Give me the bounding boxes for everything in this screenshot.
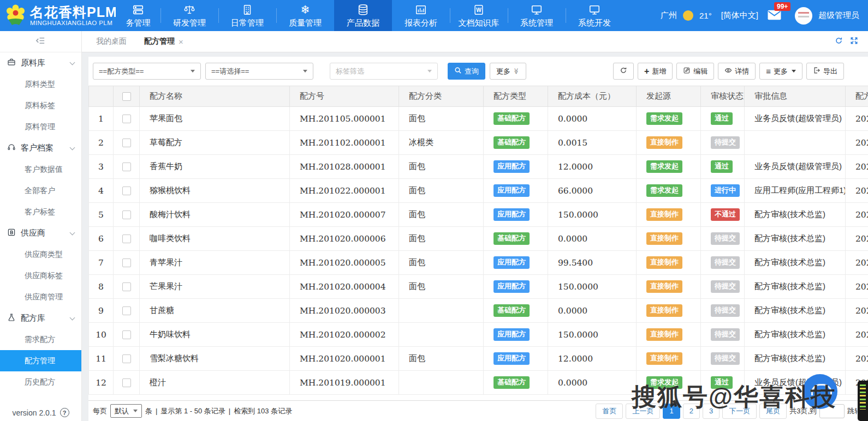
table-row[interactable]: 6咖啡类饮料MH.201020.000006面包基础配方0.0000直接制作待提… xyxy=(89,227,868,251)
version-label: version 2.0.1 xyxy=(12,408,56,417)
top-nav-item[interactable]: ❄质量管理 xyxy=(276,0,334,31)
table-row[interactable]: 11雪梨冰糖饮料MH.201020.000001面包应用配方12.0000直接制… xyxy=(89,347,868,371)
status-badge: 应用配方 xyxy=(494,256,530,269)
table-row[interactable]: 7青苹果汁MH.201020.000005面包应用配方99.5400直接制作待提… xyxy=(89,251,868,275)
sidebar-group-header[interactable]: 供应商 xyxy=(0,222,81,244)
tab-recipe-management[interactable]: 配方管理 × xyxy=(135,31,192,52)
sidebar-item[interactable]: 原料标签 xyxy=(0,95,81,116)
sun-icon xyxy=(683,10,693,21)
table-row[interactable]: 10牛奶味饮料MH.201020.000002应用配方150.0000直接制作待… xyxy=(89,323,868,347)
badge-cell: 应用配方 xyxy=(484,155,548,179)
top-nav-item[interactable]: 系统管理 xyxy=(508,0,566,31)
help-icon[interactable]: ? xyxy=(60,408,69,417)
table-row[interactable]: 8芒果果汁MH.201020.000004面包应用配方150.0000直接制作待… xyxy=(89,275,868,299)
sidebar-item[interactable]: 历史配方 xyxy=(0,371,81,393)
table-refresh-button[interactable] xyxy=(613,63,634,80)
sidebar-group-header[interactable]: 原料库 xyxy=(0,52,81,74)
top-nav-item[interactable]: 产品数据 xyxy=(334,0,392,31)
sidebar-collapse-button[interactable] xyxy=(0,31,81,52)
last-page-button[interactable]: 尾页 xyxy=(759,404,787,419)
recipe-cost-cell: 0.0000 xyxy=(548,371,637,395)
row-checkbox[interactable] xyxy=(122,378,131,387)
fullscreen-icon[interactable] xyxy=(850,37,858,47)
detail-button[interactable]: 详情 xyxy=(718,63,756,80)
row-checkbox[interactable] xyxy=(122,211,131,219)
top-nav-item[interactable]: 系统开发 xyxy=(566,0,623,31)
more-button[interactable]: ≡更多 xyxy=(759,63,802,80)
recipe-date-cell: 2020- xyxy=(846,203,868,227)
table-row[interactable]: 12橙汁MH.201019.000001基础配方0.0000需求发起通过业务员反… xyxy=(89,371,868,395)
row-checkbox[interactable] xyxy=(122,163,131,171)
select-all-checkbox[interactable] xyxy=(122,92,131,101)
column-header: 审批信息 xyxy=(745,86,846,107)
sidebar-group-header[interactable]: 客户档案 xyxy=(0,137,81,159)
top-nav-item[interactable]: 务管理 xyxy=(116,0,160,31)
filter-more-button[interactable]: 更多 ≫ xyxy=(490,63,526,80)
column-header: 配方名称 xyxy=(140,86,290,107)
per-page-select[interactable]: 默认 xyxy=(110,404,142,418)
floating-help-button[interactable] xyxy=(802,374,837,409)
top-nav-item[interactable]: 日常管理 xyxy=(218,0,276,31)
sidebar-item[interactable]: 原料管理 xyxy=(0,116,81,137)
row-checkbox[interactable] xyxy=(122,282,131,291)
edit-button[interactable]: 编辑 xyxy=(676,63,714,80)
sidebar-item[interactable]: 原料类型 xyxy=(0,74,81,95)
approval-info-cell: 配方审核(技术总监) xyxy=(745,203,846,227)
language-switcher[interactable]: [简体中文] xyxy=(721,10,758,21)
messages-button[interactable]: 99+ xyxy=(768,10,781,22)
recipe-category-cell: 面包 xyxy=(399,179,484,203)
page-button[interactable]: 3 xyxy=(703,404,720,419)
search-button[interactable]: 查询 xyxy=(448,63,485,80)
sidebar-group-header[interactable]: 配方库 xyxy=(0,308,81,329)
row-checkbox[interactable] xyxy=(122,330,131,339)
status-badge: 基础配方 xyxy=(494,304,530,317)
sidebar-item[interactable]: 全部客户 xyxy=(0,180,81,201)
row-checkbox[interactable] xyxy=(122,306,131,315)
table-row[interactable]: 2草莓配方MH.201102.000001冰棍类基础配方0.0015直接制作待提… xyxy=(89,131,868,155)
badge-cell: 直接制作 xyxy=(637,299,701,323)
sidebar-item[interactable]: 供应商标签 xyxy=(0,265,81,286)
top-nav-item[interactable]: 研发管理 xyxy=(160,0,218,31)
table-row[interactable]: 1苹果面包MH.201105.000001面包基础配方0.0000需求发起通过业… xyxy=(89,107,868,131)
row-checkbox[interactable] xyxy=(122,234,131,243)
page-button[interactable]: 1 xyxy=(663,404,680,419)
sidebar-item[interactable]: 客户标签 xyxy=(0,201,81,222)
tab-my-desktop[interactable]: 我的桌面 xyxy=(87,31,135,52)
tag-filter-select[interactable]: 标签筛选 xyxy=(330,63,438,80)
status-badge: 通过 xyxy=(711,376,733,389)
status-badge: 应用配方 xyxy=(494,328,530,341)
sidebar-item[interactable]: 需求配方 xyxy=(0,329,81,350)
top-nav-item[interactable]: 报表分析 xyxy=(392,0,450,31)
row-checkbox[interactable] xyxy=(122,354,131,363)
please-choose-select[interactable]: ==请选择== xyxy=(205,63,313,80)
sidebar-item[interactable]: 供应商类型 xyxy=(0,244,81,265)
prev-page-button[interactable]: 上一页 xyxy=(626,404,660,419)
sidebar-item[interactable]: 配方管理 xyxy=(0,350,81,371)
row-checkbox[interactable] xyxy=(122,258,131,267)
badge-cell: 待提交 xyxy=(701,227,745,251)
avatar[interactable] xyxy=(795,7,812,25)
row-checkbox[interactable] xyxy=(122,139,131,147)
page-button[interactable]: 2 xyxy=(683,404,700,419)
table-row[interactable]: 3香蕉牛奶MH.201028.000001面包应用配方12.0000需求发起通过… xyxy=(89,155,868,179)
refresh-icon[interactable] xyxy=(835,37,843,47)
badge-cell: 需求发起 xyxy=(637,179,701,203)
table-row[interactable]: 5酸梅汁饮料MH.201020.000007面包应用配方150.0000直接制作… xyxy=(89,203,868,227)
sidebar-item[interactable]: 供应商管理 xyxy=(0,286,81,308)
table-row[interactable]: 4猕猴桃饮料MH.201022.000001面包应用配方66.0000需求发起进… xyxy=(89,179,868,203)
column-header: 配方成本（元） xyxy=(548,86,637,107)
next-page-button[interactable]: 下一页 xyxy=(722,404,757,419)
row-checkbox[interactable] xyxy=(122,187,131,195)
headset-icon xyxy=(7,143,16,153)
close-icon[interactable]: × xyxy=(179,37,183,46)
recipe-type-select[interactable]: ==配方类型== xyxy=(93,63,201,80)
sidebar-item[interactable]: 客户数据值 xyxy=(0,159,81,180)
top-nav-item[interactable]: W文档知识库 xyxy=(450,0,508,31)
table-row[interactable]: 9甘蔗糖MH.201020.000003基础配方0.0000直接制作待提交配方审… xyxy=(89,299,868,323)
row-checkbox[interactable] xyxy=(122,115,131,123)
add-button[interactable]: +新增 xyxy=(638,63,673,80)
first-page-button[interactable]: 首页 xyxy=(596,404,623,419)
database-icon xyxy=(357,3,369,16)
sidebar-group-label: 供应商 xyxy=(21,228,45,238)
export-button[interactable]: 导出 xyxy=(806,63,844,80)
